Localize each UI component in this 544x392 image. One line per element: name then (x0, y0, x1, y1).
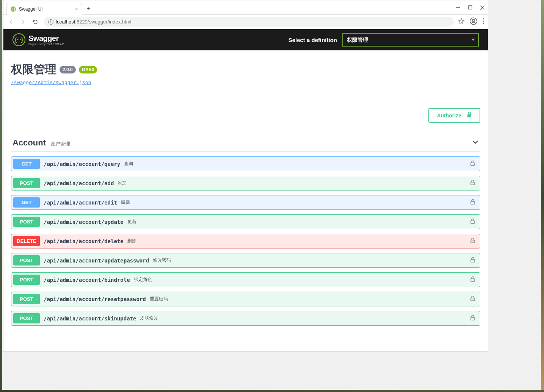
lock-icon[interactable] (470, 276, 475, 283)
lock-icon[interactable] (470, 180, 475, 187)
swagger-logo-icon: {···} (13, 33, 25, 46)
svg-point-7 (483, 20, 484, 22)
method-badge: GET (13, 159, 40, 169)
minimize-icon[interactable] (455, 5, 461, 10)
lock-icon (467, 112, 472, 119)
oas-badge: OAS3 (79, 66, 97, 73)
api-info: 权限管理 2.0.0 OAS3 /swagger/Admin/swagger.j… (11, 62, 480, 85)
operation-summary: 绑定角色 (134, 276, 470, 283)
tag-name: Account (13, 138, 46, 148)
address-bar: i localhost:6220/swagger/index.html (3, 15, 488, 29)
svg-rect-18 (471, 317, 475, 320)
lock-icon[interactable] (470, 238, 475, 245)
method-badge: GET (13, 197, 40, 208)
lock-icon[interactable] (470, 257, 475, 264)
operation-summary: 更新 (127, 219, 470, 225)
method-badge: POST (13, 275, 40, 285)
method-badge: DELETE (13, 236, 40, 246)
svg-rect-11 (471, 182, 475, 185)
site-info-icon[interactable]: i (48, 19, 53, 25)
method-badge: POST (13, 217, 40, 227)
swagger-body: 权限管理 2.0.0 OAS3 /swagger/Admin/swagger.j… (3, 50, 488, 341)
operation-path: /api/admin/account/updatepassword (44, 258, 149, 264)
definition-select[interactable]: 权限管理 (342, 33, 479, 47)
tab-strip: { } Swagger UI × + (6, 3, 93, 15)
operation-path: /api/admin/account/bindrole (44, 277, 130, 283)
operation-row[interactable]: GET/api/admin/account/edit编辑 (11, 195, 480, 210)
url-input[interactable]: i localhost:6220/swagger/index.html (44, 17, 454, 27)
svg-rect-1 (469, 6, 472, 9)
operation-summary: 修改密码 (153, 257, 470, 264)
authorize-label: Authorize (437, 112, 461, 119)
maximize-icon[interactable] (467, 5, 473, 10)
svg-rect-14 (471, 240, 475, 243)
method-badge: POST (13, 255, 40, 265)
lock-icon[interactable] (470, 296, 475, 303)
operations-list: GET/api/admin/account/query查询POST/api/ad… (11, 156, 480, 326)
operation-row[interactable]: POST/api/admin/account/add添加 (11, 176, 480, 191)
method-badge: POST (13, 178, 40, 188)
browser-window: { } Swagger UI × + (3, 0, 488, 352)
reload-icon[interactable] (31, 18, 39, 26)
lock-icon[interactable] (470, 219, 475, 225)
operation-summary: 添加 (118, 180, 470, 186)
operation-path: /api/admin/account/resetpassword (44, 296, 146, 302)
svg-rect-15 (471, 259, 475, 262)
definition-label: Select a definition (288, 37, 337, 43)
operation-path: /api/admin/account/add (44, 180, 114, 186)
favicon-icon: { } (11, 6, 16, 12)
operation-row[interactable]: DELETE/api/admin/account/delete删除 (11, 234, 480, 248)
svg-rect-16 (471, 279, 475, 281)
close-tab-icon[interactable]: × (75, 6, 78, 12)
operation-path: /api/admin/account/edit (44, 200, 117, 206)
operation-row[interactable]: POST/api/admin/account/resetpassword重置密码 (11, 292, 480, 306)
tab-title: Swagger UI (19, 6, 72, 12)
svg-point-8 (483, 23, 484, 24)
new-tab-button[interactable]: + (84, 4, 93, 13)
svg-point-6 (483, 18, 484, 19)
svg-point-5 (472, 19, 475, 22)
auth-wrapper: Authorize (11, 108, 480, 123)
definition-picker: Select a definition 权限管理 (288, 33, 479, 47)
svg-rect-13 (471, 221, 475, 223)
menu-icon[interactable] (483, 18, 484, 26)
authorize-button[interactable]: Authorize (428, 108, 480, 123)
profile-icon[interactable] (470, 17, 477, 27)
address-actions (458, 17, 484, 27)
operation-row[interactable]: POST/api/admin/account/updatepassword修改密… (11, 253, 480, 268)
lock-icon[interactable] (470, 199, 475, 206)
operation-summary: 重置密码 (150, 296, 470, 302)
url-text: localhost:6220/swagger/index.html (56, 19, 131, 25)
operation-summary: 删除 (127, 238, 470, 244)
svg-rect-9 (467, 114, 471, 117)
bookmark-icon[interactable] (458, 18, 464, 26)
lock-icon[interactable] (470, 161, 475, 167)
titlebar: { } Swagger UI × + (3, 0, 488, 15)
operation-row[interactable]: POST/api/admin/account/update更新 (11, 214, 480, 229)
svg-rect-17 (471, 298, 475, 301)
operation-row[interactable]: GET/api/admin/account/query查询 (11, 156, 480, 171)
back-icon[interactable] (7, 18, 15, 26)
operation-row[interactable]: POST/api/admin/account/skinupdate皮肤修改 (11, 311, 480, 326)
svg-rect-10 (471, 163, 475, 166)
swagger-topbar: {···} Swagger Supported by SMARTBEAR Sel… (3, 29, 488, 50)
lock-icon[interactable] (470, 315, 475, 322)
spec-link[interactable]: /swagger/Admin/swagger.json (11, 80, 480, 85)
forward-icon[interactable] (19, 18, 27, 26)
api-title-text: 权限管理 (11, 62, 56, 77)
operation-summary: 查询 (124, 161, 470, 167)
operation-path: /api/admin/account/query (44, 161, 120, 167)
method-badge: POST (13, 294, 40, 304)
page-content: {···} Swagger Supported by SMARTBEAR Sel… (3, 29, 488, 351)
operation-path: /api/admin/account/skinupdate (44, 315, 136, 322)
api-title: 权限管理 2.0.0 OAS3 (11, 62, 480, 77)
operation-row[interactable]: POST/api/admin/account/bindrole绑定角色 (11, 272, 480, 287)
chevron-down-icon (472, 139, 479, 147)
window-controls (455, 5, 485, 10)
swagger-logo: {···} Swagger Supported by SMARTBEAR (13, 33, 64, 46)
browser-tab[interactable]: { } Swagger UI × (6, 3, 82, 15)
tag-header[interactable]: Account 账户管理 (11, 134, 480, 152)
close-icon[interactable] (480, 5, 485, 10)
svg-rect-12 (471, 201, 475, 204)
tag-description: 账户管理 (50, 141, 70, 147)
